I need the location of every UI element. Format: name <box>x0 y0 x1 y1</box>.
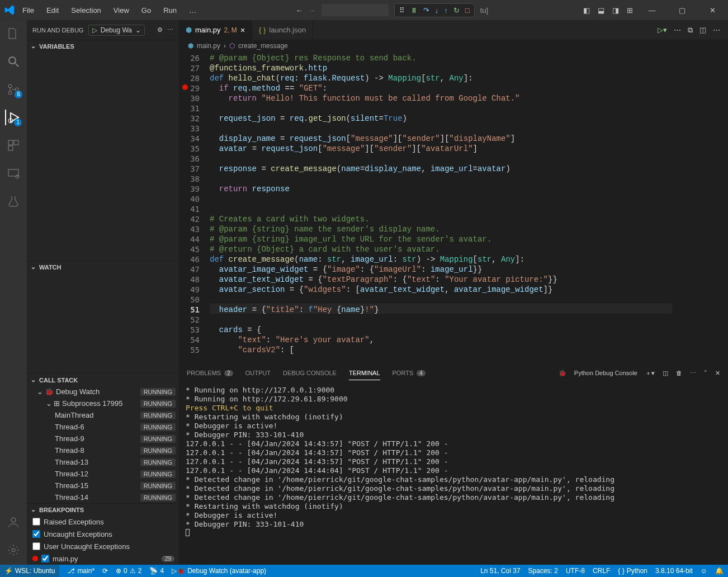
activity-extensions-icon[interactable] <box>6 138 21 153</box>
code-line[interactable] <box>210 154 672 164</box>
status-interpreter[interactable]: 3.8.10 64-bit <box>655 567 693 575</box>
panel-tab[interactable]: PROBLEMS2 <box>187 366 233 380</box>
code-line[interactable]: @functions_framework.http <box>210 63 672 73</box>
breakpoint-row[interactable]: User Uncaught Exceptions <box>27 540 179 552</box>
menu-run[interactable]: Run <box>159 4 181 17</box>
breakpoint-checkbox[interactable] <box>32 518 40 526</box>
line-number[interactable]: 46 <box>179 254 200 264</box>
debug-pause-icon[interactable]: ⏸ <box>410 6 418 15</box>
callstack-row[interactable]: Thread-15RUNNING <box>27 480 179 491</box>
code-line[interactable] <box>210 174 672 184</box>
code-line[interactable]: avatar_section = {"widgets": [avatar_tex… <box>210 285 672 295</box>
callstack-row[interactable]: Thread-12RUNNING <box>27 468 179 480</box>
activity-remote-icon[interactable] <box>6 165 21 181</box>
breakpoint-glyph-icon[interactable] <box>182 84 188 90</box>
debug-stop-icon[interactable]: □ <box>465 6 470 15</box>
code-line[interactable]: "text": "Here's your avatar", <box>210 335 672 345</box>
debug-step-over-icon[interactable]: ↷ <box>423 6 429 15</box>
command-center[interactable] <box>322 4 389 16</box>
line-number[interactable]: 41 <box>179 204 200 214</box>
status-spaces[interactable]: Spaces: 2 <box>528 567 558 575</box>
code-line[interactable]: "cardsV2": [ <box>210 345 672 355</box>
code-line[interactable] <box>210 315 672 325</box>
activity-account-icon[interactable] <box>6 514 21 530</box>
line-number[interactable]: 27 <box>179 63 200 73</box>
line-number[interactable]: 34 <box>179 134 200 144</box>
line-number[interactable]: 39 <box>179 184 200 194</box>
panel-close-icon[interactable]: ✕ <box>715 370 720 377</box>
editor-tab[interactable]: { }launch.json <box>252 20 313 40</box>
line-number[interactable]: 51 <box>179 305 200 315</box>
activity-debug-icon[interactable]: 1 <box>5 110 21 125</box>
line-number[interactable]: 28 <box>179 73 200 83</box>
code-line[interactable]: return response <box>210 184 672 194</box>
status-problems[interactable]: ⊗0⚠2 <box>116 567 141 575</box>
tab-close-icon[interactable]: × <box>240 26 245 35</box>
line-number[interactable]: 40 <box>179 194 200 204</box>
breakpoint-checkbox[interactable] <box>41 555 49 562</box>
code-line[interactable]: # Creates a card with two widgets. <box>210 214 672 224</box>
line-number[interactable]: 54 <box>179 335 200 345</box>
code-line[interactable]: avatar_image_widget = {"image": {"imageU… <box>210 264 672 275</box>
status-encoding[interactable]: UTF-8 <box>566 567 585 575</box>
split-terminal-icon[interactable]: ◫ <box>663 370 668 377</box>
breadcrumb[interactable]: ⬢ main.py › ⬡ create_message <box>179 40 728 52</box>
window-close-icon[interactable]: ✕ <box>701 6 724 15</box>
line-number[interactable]: 50 <box>179 295 200 305</box>
status-position[interactable]: Ln 51, Col 37 <box>480 567 520 575</box>
code-line[interactable]: avatar = request_json["message"]["sender… <box>210 144 672 154</box>
line-number[interactable]: 30 <box>179 93 200 103</box>
code-line[interactable]: # @param {string} name the sender's disp… <box>210 224 672 234</box>
section-callstack[interactable]: ⌄CALL STACK <box>27 373 179 386</box>
layout-sidebar-left-icon[interactable]: ◧ <box>583 6 590 15</box>
code-line[interactable]: response = create_message(name=display_n… <box>210 164 672 174</box>
code-line[interactable]: # @param {string} image_url the URL for … <box>210 234 672 244</box>
code-line[interactable]: if req.method == "GET": <box>210 83 672 93</box>
section-breakpoints[interactable]: ⌄BREAKPOINTS <box>27 503 179 515</box>
kill-terminal-icon[interactable]: 🗑 <box>676 370 682 376</box>
code-line[interactable] <box>210 124 672 134</box>
line-number[interactable]: 36 <box>179 154 200 164</box>
terminal-profile-label[interactable]: Python Debug Console <box>574 370 637 376</box>
debug-step-out-icon[interactable]: ↑ <box>444 6 448 15</box>
debug-drag-icon[interactable]: ⠿ <box>399 6 405 15</box>
activity-settings-icon[interactable] <box>6 542 21 558</box>
activity-search-icon[interactable] <box>6 54 21 69</box>
code-line[interactable] <box>210 103 672 113</box>
code-line[interactable]: def hello_chat(req: flask.Request) -> Ma… <box>210 73 672 83</box>
status-remote[interactable]: ⚡WSL: Ubuntu <box>0 565 59 577</box>
panel-more-icon[interactable]: ⋯ <box>690 370 696 377</box>
callstack-row[interactable]: Thread-8RUNNING <box>27 444 179 456</box>
code-line[interactable]: def create_message(name: str, image_url:… <box>210 254 672 264</box>
layout-panel-icon[interactable]: ⬓ <box>598 6 604 15</box>
window-maximize-icon[interactable]: ▢ <box>671 6 693 15</box>
callstack-row[interactable]: Thread-13RUNNING <box>27 456 179 468</box>
code-line[interactable]: # @param {Object} res Response to send b… <box>210 53 672 63</box>
line-number[interactable]: 43 <box>179 224 200 234</box>
run-config-selector[interactable]: ▷ Debug Wa ⌄ <box>88 25 145 36</box>
layout-sidebar-right-icon[interactable]: ◨ <box>612 6 619 15</box>
status-ports[interactable]: 📡4 <box>149 567 164 575</box>
run-file-icon[interactable]: ▷▾ <box>658 26 667 34</box>
more-icon[interactable]: ⋯ <box>167 26 173 34</box>
debug-sidebar-icon[interactable]: ⧉ <box>688 26 693 35</box>
terminal-output[interactable]: * Running on http://127.0.0.1:9000 * Run… <box>179 382 728 565</box>
menu-more[interactable]: … <box>185 4 201 17</box>
line-number[interactable]: 55 <box>179 345 200 355</box>
status-debug-session[interactable]: ▷🐞Debug Watch (avatar-app) <box>172 567 266 575</box>
status-feedback-icon[interactable]: ☺ <box>701 567 707 575</box>
line-number[interactable]: 52 <box>179 315 200 325</box>
editor-more-icon[interactable]: ⋯ <box>674 26 681 34</box>
window-minimize-icon[interactable]: — <box>641 6 663 15</box>
split-editor-icon[interactable]: ◫ <box>699 26 706 34</box>
code-line[interactable]: header = {"title": f"Hey {name}!"} <box>210 305 672 315</box>
breakpoint-checkbox[interactable] <box>32 530 40 538</box>
activity-testing-icon[interactable] <box>6 193 21 209</box>
line-number[interactable]: 35 <box>179 144 200 154</box>
menu-view[interactable]: View <box>109 4 134 17</box>
breakpoint-checkbox[interactable] <box>32 542 40 550</box>
code-line[interactable]: # @return {Object} a card with the user'… <box>210 244 672 254</box>
menu-selection[interactable]: Selection <box>67 4 105 17</box>
status-eol[interactable]: CRLF <box>593 567 610 575</box>
callstack-row[interactable]: Thread-9RUNNING <box>27 433 179 444</box>
